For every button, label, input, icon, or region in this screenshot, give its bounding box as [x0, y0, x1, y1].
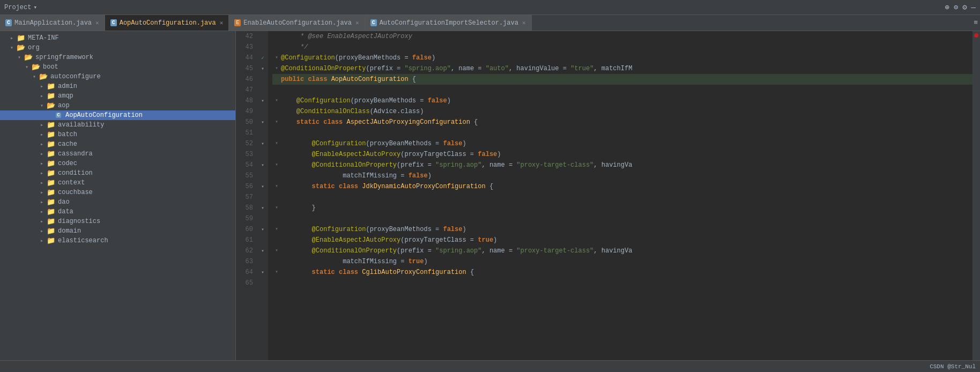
string-token: "proxy-target-class": [516, 247, 593, 255]
sidebar-item-springframework[interactable]: ▾📂springframework: [0, 53, 235, 62]
code-text: @ConditionalOnProperty(prefix = "spring.…: [281, 160, 972, 170]
fold-indicator-icon[interactable]: ▾: [272, 267, 281, 278]
sidebar-item-aop[interactable]: ▾📂aop: [0, 101, 235, 110]
tab-settings-icon[interactable]: ≡: [974, 19, 978, 27]
gutter-cell: [257, 128, 268, 138]
tab-aop-auto-configuration[interactable]: C AopAutoConfiguration.java ✕: [105, 15, 229, 31]
code-text: @Configuration(proxyBeanMethods = false): [281, 95, 972, 106]
fold-indicator-icon[interactable]: ▾: [272, 160, 281, 170]
sidebar-item-couchbase[interactable]: ▸📁couchbase: [0, 188, 235, 197]
sidebar-item-cassandra[interactable]: ▸📁cassandra: [0, 149, 235, 159]
annotation-token: @ConditionalOnProperty: [281, 65, 366, 72]
fold-indicator-icon[interactable]: ▾: [272, 203, 281, 213]
fold-indicator-icon[interactable]: ▾: [272, 245, 281, 256]
code-text: */: [281, 42, 972, 53]
chevron-down-icon[interactable]: ▾: [33, 4, 37, 11]
minimize-icon[interactable]: —: [971, 3, 976, 12]
string-token: "proxy-target-class": [516, 161, 593, 169]
param-token: (prefix =: [397, 161, 435, 169]
param-token: matchIfMissing =: [281, 258, 409, 265]
fold-indicator-icon[interactable]: ▾: [272, 138, 281, 149]
fold-indicator-icon[interactable]: ▾: [272, 95, 281, 106]
tab-auto-configuration-import-selector[interactable]: C AutoConfigurationImportSelector.java ✕: [365, 15, 532, 31]
sidebar-item-codec[interactable]: ▸📁codec: [0, 159, 235, 168]
sidebar-item-boot[interactable]: ▾📂boot: [0, 62, 235, 72]
fold-indicator-icon[interactable]: ▾: [272, 181, 281, 192]
param-token: [327, 76, 331, 83]
gutter-area: ✓▾▾▾▾▾▾▾▾▾▾: [257, 31, 268, 360]
sidebar-item-condition[interactable]: ▸📁condition: [0, 168, 235, 178]
param-token: [281, 97, 296, 105]
sidebar-item-AopAutoConfiguration[interactable]: CAopAutoConfiguration: [0, 110, 235, 120]
kw-token: public: [281, 76, 304, 83]
code-line: ▾@Configuration(proxyBeanMethods = false…: [272, 53, 972, 63]
line-number: 62: [240, 245, 253, 256]
tree-arrow-icon: ▸: [38, 218, 46, 225]
sidebar-item-dao[interactable]: ▸📁dao: [0, 197, 235, 207]
tree-item-label: AopAutoConfiguration: [65, 111, 143, 119]
tree-item-label: data: [58, 208, 73, 215]
gutter-cell: ✓: [257, 53, 268, 63]
comment-token: */: [281, 43, 308, 51]
tree-item-label: condition: [58, 169, 93, 177]
tree-arrow-icon: ▾: [23, 64, 31, 70]
fold-indicator-icon[interactable]: ▾: [272, 63, 281, 74]
sync-icon[interactable]: ⊜: [954, 3, 958, 12]
class-name-token: AopAutoConfiguration: [331, 76, 409, 83]
tree-arrow-icon: ▾: [8, 44, 16, 51]
sidebar-item-elasticsearch[interactable]: ▸📁elasticsearch: [0, 236, 235, 245]
tree-item-label: springframework: [35, 54, 93, 61]
code-line: ▾ static class CglibAutoProxyConfigurati…: [272, 267, 972, 278]
tab-main-application[interactable]: C MainApplication.java ✕: [0, 15, 105, 31]
sidebar-item-context[interactable]: ▸📁context: [0, 178, 235, 188]
sidebar-item-availability[interactable]: ▸📁availability: [0, 120, 235, 130]
tab-enable-auto-configuration[interactable]: E EnableAutoConfiguration.java ✕: [229, 15, 365, 31]
sidebar-item-domain[interactable]: ▸📁domain: [0, 226, 235, 236]
fold-indicator-icon[interactable]: ▾: [272, 224, 281, 235]
param-token: (proxyBeanMethods =: [366, 140, 443, 147]
sidebar-item-autoconfigure[interactable]: ▾📂autoconfigure: [0, 72, 235, 81]
gutter-cell: [257, 106, 268, 117]
code-content[interactable]: 4243444546474849505152535455565758596061…: [236, 31, 980, 360]
code-line: [272, 213, 972, 224]
tree-item-label: cache: [58, 140, 77, 148]
java-class-icon: C: [5, 19, 12, 26]
gutter-cell: ▾: [257, 117, 268, 128]
code-text: @Configuration(proxyBeanMethods = false): [281, 224, 972, 235]
close-tab-icon[interactable]: ✕: [220, 19, 224, 26]
sidebar-item-cache[interactable]: ▸📁cache: [0, 139, 235, 149]
tree-item-label: diagnostics: [58, 218, 100, 225]
close-tab-icon[interactable]: ✕: [355, 19, 359, 26]
folder-icon: 📁: [46, 92, 56, 100]
sidebar-item-batch[interactable]: ▸📁batch: [0, 130, 235, 139]
sidebar-item-amqp[interactable]: ▸📁amqp: [0, 91, 235, 101]
line-number: 55: [240, 170, 253, 181]
settings-icon[interactable]: ⚙: [962, 3, 967, 12]
code-line: ▾ }: [272, 203, 972, 213]
gutter-cell: [257, 31, 268, 42]
fold-indicator-icon[interactable]: ▾: [272, 53, 281, 63]
gutter-cell: ▾: [257, 224, 268, 235]
param-token: (proxyTargetClass =: [400, 151, 478, 158]
tree-item-label: aop: [58, 102, 70, 109]
line-number: 46: [240, 74, 253, 85]
close-tab-icon[interactable]: ✕: [95, 19, 99, 26]
sidebar-item-data[interactable]: ▸📁data: [0, 207, 235, 217]
bool-token: false: [428, 97, 447, 105]
fold-indicator-icon[interactable]: ▾: [272, 117, 281, 128]
gutter-cell: [257, 170, 268, 181]
line-number: 65: [240, 278, 253, 288]
sidebar-item-admin[interactable]: ▸📁admin: [0, 81, 235, 91]
tree-arrow-icon: ▸: [38, 180, 46, 186]
folder-icon: 📁: [46, 140, 56, 148]
bool-token: false: [443, 226, 462, 233]
sidebar-item-org[interactable]: ▾📂org: [0, 43, 235, 53]
code-text: @EnableAspectJAutoProxy(proxyTargetClass…: [281, 149, 972, 160]
code-editor[interactable]: * @see EnableAspectJAutoProxy */▾@Config…: [268, 31, 972, 360]
close-tab-icon[interactable]: ✕: [522, 19, 526, 26]
gutter-cell: ▾: [257, 160, 268, 170]
sidebar-item-diagnostics[interactable]: ▸📁diagnostics: [0, 217, 235, 226]
sidebar-item-meta-inf[interactable]: ▸📁META-INF: [0, 33, 235, 43]
add-icon[interactable]: ⊕: [945, 3, 949, 12]
kw-token: class: [323, 118, 343, 126]
